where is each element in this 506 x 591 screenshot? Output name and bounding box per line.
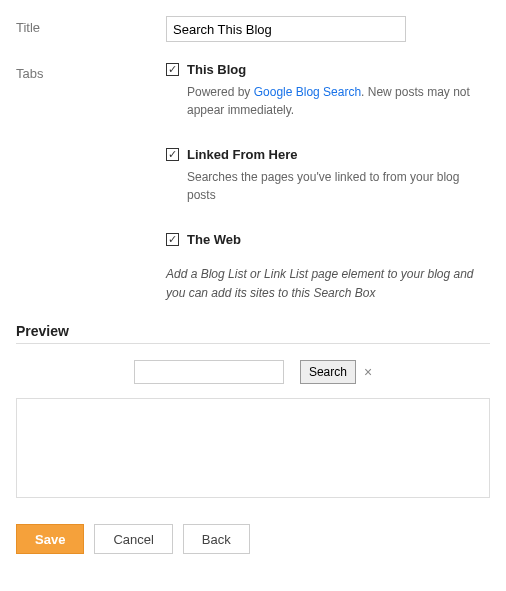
google-blog-search-link[interactable]: Google Blog Search bbox=[254, 85, 361, 99]
tab-linked-from-here: Linked From Here Searches the pages you'… bbox=[166, 147, 490, 204]
preview-search-bar: Search × bbox=[16, 360, 490, 384]
tabs-row: Tabs This Blog Powered by Google Blog Se… bbox=[16, 62, 490, 303]
back-button[interactable]: Back bbox=[183, 524, 250, 554]
title-row: Title bbox=[16, 16, 490, 42]
save-button[interactable]: Save bbox=[16, 524, 84, 554]
title-label: Title bbox=[16, 16, 166, 35]
title-input[interactable] bbox=[166, 16, 406, 42]
checkbox-web[interactable] bbox=[166, 233, 179, 246]
checkbox-label-linked: Linked From Here bbox=[187, 147, 298, 162]
preview-results-box bbox=[16, 398, 490, 498]
tabs-label: Tabs bbox=[16, 62, 166, 81]
tab-the-web: The Web bbox=[166, 232, 490, 247]
desc-prefix: Powered by bbox=[187, 85, 254, 99]
tab-this-blog: This Blog Powered by Google Blog Search.… bbox=[166, 62, 490, 119]
preview-heading: Preview bbox=[16, 323, 490, 339]
divider bbox=[16, 343, 490, 344]
checkbox-label-web: The Web bbox=[187, 232, 241, 247]
search-button[interactable]: Search bbox=[300, 360, 356, 384]
cancel-button[interactable]: Cancel bbox=[94, 524, 172, 554]
search-input[interactable] bbox=[134, 360, 284, 384]
desc-linked: Searches the pages you've linked to from… bbox=[166, 168, 490, 204]
tabs-hint: Add a Blog List or Link List page elemen… bbox=[166, 265, 490, 303]
action-buttons: Save Cancel Back bbox=[16, 524, 490, 554]
checkbox-label-this-blog: This Blog bbox=[187, 62, 246, 77]
desc-this-blog: Powered by Google Blog Search. New posts… bbox=[166, 83, 490, 119]
close-icon[interactable]: × bbox=[364, 365, 372, 379]
checkbox-linked[interactable] bbox=[166, 148, 179, 161]
checkbox-this-blog[interactable] bbox=[166, 63, 179, 76]
